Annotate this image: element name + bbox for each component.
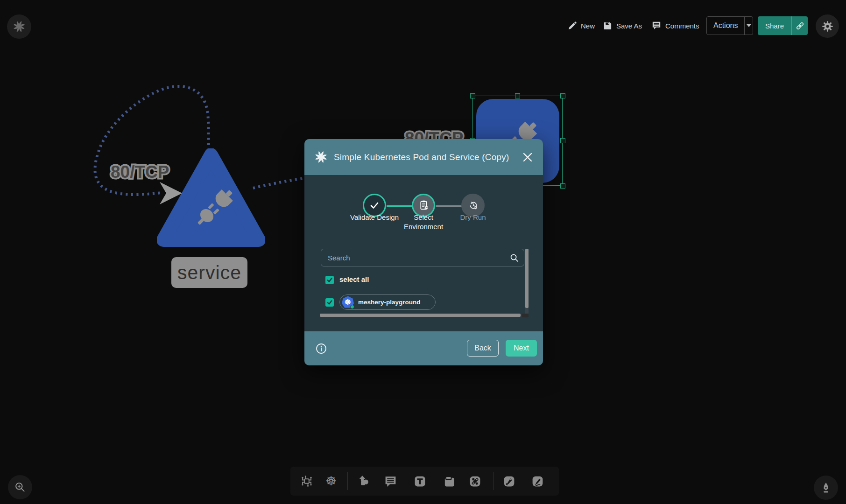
meshery-design-page: 80/TCP 80/TCP service New Save As [0,0,846,504]
step-label-dry-run: Dry Run [449,213,497,222]
selection-handle[interactable] [515,93,520,98]
selection-handle[interactable] [560,138,565,143]
comment-icon [652,21,661,30]
environment-checkbox[interactable] [325,298,334,307]
environment-chip[interactable]: ☸ meshery-playground [339,294,436,310]
app-logo-button[interactable] [7,14,31,39]
media-tool[interactable] [441,473,458,490]
pen-tool[interactable] [501,473,517,490]
zoom-in-button[interactable] [8,475,32,499]
components-icon [300,474,314,488]
meshery-logo-icon [315,151,327,163]
copy-link-button[interactable] [791,16,808,35]
freehand-draw-tool[interactable] [529,473,546,490]
stepper-connector-idle [436,205,462,207]
node-label-service: service [171,257,247,288]
close-icon[interactable] [522,152,533,162]
list-horizontal-scrollbar[interactable] [320,314,521,317]
save-as-button[interactable]: Save As [603,18,642,34]
back-button[interactable]: Back [467,340,499,357]
kubernetes-tool[interactable]: ☸ [323,473,339,490]
actions-split-button[interactable]: Actions [706,16,753,35]
gear-icon [821,20,834,33]
meshery-logo-icon [13,21,25,33]
share-label: Share [758,16,791,35]
edge-arrowhead-icon [158,180,186,206]
selection-handle[interactable] [470,93,475,98]
select-all-label: select all [339,275,369,283]
link-tool[interactable] [466,473,483,490]
next-button[interactable]: Next [506,340,537,357]
clipboard-gear-icon [418,199,430,211]
dialog-title: Simple Kubernetes Pod and Service (Copy) [334,152,516,162]
zoom-in-icon [14,481,26,493]
kubernetes-icon: ☸ [325,475,337,488]
info-icon[interactable] [316,343,327,354]
comment-tool[interactable] [382,473,399,490]
check-icon [326,277,333,283]
check-icon [326,299,333,306]
selection-handle[interactable] [560,93,565,98]
environment-name: meshery-playground [358,299,421,306]
link-icon [795,21,805,31]
shapes-tool[interactable] [355,473,372,490]
dialog-header: Simple Kubernetes Pod and Service (Copy) [304,139,543,175]
list-vertical-scrollbar[interactable] [525,249,529,308]
pen-tool-icon [502,475,516,488]
edge-port-label: 80/TCP [111,162,169,182]
toolbar-divider [493,472,494,490]
shapes-icon [357,475,370,488]
components-tool[interactable] [298,473,315,490]
connected-status-dot [350,305,354,309]
pen-nib-icon [820,482,832,494]
selection-handle[interactable] [560,183,565,189]
media-icon [443,475,456,488]
history-gear-icon [467,199,479,211]
toolbar-divider [347,472,348,490]
scrollbar-corner [522,314,529,317]
search-icon[interactable] [510,253,519,262]
link-icon [468,475,482,488]
save-as-label: Save As [616,22,642,30]
freehand-pencil-icon [531,475,544,488]
comments-button[interactable]: Comments [652,18,699,34]
pen-mode-button[interactable] [814,476,838,500]
check-icon [369,200,380,211]
comments-label: Comments [665,22,699,30]
actions-label: Actions [707,17,744,35]
save-icon [603,21,612,30]
chevron-down-icon [746,24,752,28]
new-label: New [581,22,595,30]
share-split-button[interactable]: Share [758,16,808,35]
stepper-connector-done [387,205,412,207]
text-icon [413,475,427,488]
kubernetes-badge: ☸ [342,296,354,308]
environment-search-input[interactable] [321,249,524,266]
settings-button[interactable] [816,14,839,38]
deploy-dialog: Simple Kubernetes Pod and Service (Copy) [304,139,543,365]
step-label-validate-design: Validate Design [350,213,399,222]
step-label-select-environment: Select Environment [399,213,448,231]
new-button[interactable]: New [568,18,595,34]
text-tool[interactable] [411,473,428,490]
pencil-icon [568,21,577,30]
comment-icon [384,475,397,488]
select-all-checkbox[interactable] [325,276,334,284]
actions-dropdown-button[interactable] [744,17,753,35]
